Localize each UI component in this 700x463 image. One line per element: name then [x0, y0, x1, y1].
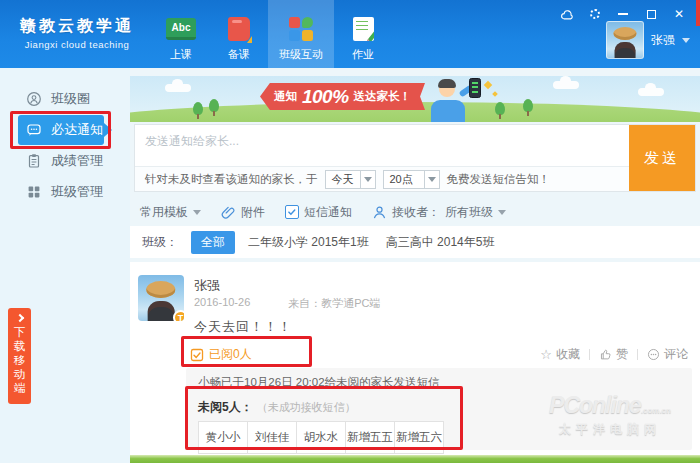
hour-select-value: 20点: [384, 172, 424, 187]
receiver-value: 所有班级: [445, 204, 493, 221]
day-select-value: 今天: [326, 172, 360, 187]
sms-schedule-row: 针对未及时查看该通知的家长，于 今天 20点 免费发送短信告知！: [135, 166, 629, 191]
favorite-label: 收藏: [556, 346, 580, 363]
unread-name-cell[interactable]: 新增五六: [394, 421, 444, 454]
close-button-edge[interactable]: [696, 0, 700, 26]
nav-tab-lesson[interactable]: Abc 上课: [152, 0, 210, 68]
like-label: 赞: [616, 346, 628, 363]
attachment-button[interactable]: 附件: [221, 204, 265, 221]
book-icon: [228, 16, 250, 42]
nav-tab-homework[interactable]: 作业: [334, 0, 392, 68]
paperclip-icon: [221, 205, 236, 220]
chevron-down-icon: [360, 171, 375, 188]
filter-class-option[interactable]: 二年级小学 2015年1班: [248, 234, 369, 251]
filter-label: 班级：: [142, 234, 178, 251]
sidebar: 班级圈 必达通知 成绩管理: [0, 68, 130, 463]
notice-input[interactable]: [135, 125, 629, 167]
post-source: 来自：教学通PC端: [288, 296, 380, 311]
template-label: 常用模板: [140, 204, 188, 221]
star-icon: ☆: [540, 347, 552, 362]
favorite-button[interactable]: ☆ 收藏: [540, 346, 580, 363]
attachment-label: 附件: [241, 204, 265, 221]
user-name: 张强: [651, 32, 675, 49]
download-mobile-tab[interactable]: 下载移动端: [8, 308, 31, 404]
checkbox-checked-icon: [285, 205, 299, 219]
unread-name-cell[interactable]: 胡水水: [296, 421, 346, 454]
unread-names-table: 黄小小 刘佳佳 胡水水 新增五五 新增五六: [198, 421, 680, 454]
chevron-down-icon: [682, 38, 690, 43]
unread-summary: 未阅5人： （未成功接收短信）: [198, 399, 680, 416]
app-window: 赣教云教学通 Jiangxi cloud teaching Abc 上课 备课 …: [0, 0, 700, 463]
cloud-art: [638, 88, 664, 96]
sidebar-item-label: 班级圈: [51, 90, 90, 108]
grid-icon: [289, 16, 313, 42]
main-nav: Abc 上课 备课 班级互动 作业: [152, 0, 392, 68]
class-filter-row: 班级： 全部 二年级小学 2015年1班 高三高中 2014年5班: [130, 226, 700, 258]
sidebar-item-notifications[interactable]: 必达通知: [18, 115, 104, 145]
divider: [637, 349, 638, 360]
template-dropdown[interactable]: 常用模板: [140, 204, 201, 221]
download-tab-label: 下载移动端: [13, 325, 26, 395]
sms-notify-label: 短信通知: [304, 204, 352, 221]
sidebar-item-label: 必达通知: [51, 121, 103, 139]
post-content: 今天去回！！！: [194, 318, 292, 336]
tree-art: [209, 99, 219, 112]
comment-bubble-icon: [647, 348, 660, 361]
teacher-badge-icon: T: [173, 310, 184, 321]
chalkboard-icon: Abc: [166, 16, 196, 42]
clipboard-icon: [26, 153, 42, 169]
post-date: 2016-10-26: [194, 296, 250, 311]
read-count-button[interactable]: 已阅0人: [190, 346, 252, 363]
sms-status-box: 小畅已于10月26日 20:02给未阅的家长发送短信 未阅5人： （未成功接收短…: [186, 368, 692, 450]
divider: [589, 349, 590, 360]
cartoon-man-with-phone: [425, 80, 481, 122]
filter-all-chip[interactable]: 全部: [191, 231, 235, 254]
unread-name-cell[interactable]: 黄小小: [198, 421, 248, 454]
nav-label: 上课: [170, 47, 192, 62]
hour-select[interactable]: 20点: [383, 170, 440, 189]
sidebar-item-class-circle[interactable]: 班级圈: [0, 84, 130, 114]
maximize-button[interactable]: [644, 7, 658, 21]
cloud-sync-icon[interactable]: [560, 7, 574, 21]
chevron-down-icon: [424, 171, 439, 188]
nav-tab-prepare[interactable]: 备课: [210, 0, 268, 68]
notebook-pencil-icon: [353, 16, 374, 42]
cloud-art: [553, 81, 579, 89]
minimize-button[interactable]: [616, 7, 630, 21]
sidebar-menu: 班级圈 必达通知 成绩管理: [0, 68, 130, 207]
unread-count-label: 未阅5人：: [198, 399, 253, 416]
unread-name-cell[interactable]: 新增五五: [345, 421, 395, 454]
comment-button[interactable]: 评论: [647, 346, 688, 363]
nav-label: 班级互动: [279, 47, 323, 62]
nav-tab-class-interaction[interactable]: 班级互动: [268, 0, 334, 68]
post-author-name: 张强: [194, 277, 220, 295]
sidebar-item-label: 成绩管理: [51, 152, 103, 170]
tree-art: [193, 102, 203, 115]
day-select[interactable]: 今天: [325, 170, 376, 189]
chevron-right-icon: [15, 314, 23, 322]
settings-gear-icon[interactable]: [588, 7, 602, 21]
compose-card: 针对未及时查看该通知的家长，于 今天 20点 免费发送短信告知！ 发送: [134, 124, 696, 192]
sms-notify-checkbox[interactable]: 短信通知: [285, 204, 352, 221]
ribbon-percent: 100%: [302, 86, 349, 108]
sparkle-art: [492, 91, 498, 97]
sms-sent-info: 小畅已于10月26日 20:02给未阅的家长发送短信: [198, 375, 680, 390]
close-icon[interactable]: ✕: [672, 7, 686, 21]
sms-hint-prefix: 针对未及时查看该通知的家长，于: [145, 172, 318, 187]
receiver-dropdown[interactable]: 接收者： 所有班级: [372, 204, 506, 221]
header: 赣教云教学通 Jiangxi cloud teaching Abc 上课 备课 …: [0, 0, 700, 68]
send-button[interactable]: 发送: [629, 125, 695, 191]
check-square-icon: [190, 348, 204, 362]
comment-label: 评论: [664, 346, 688, 363]
sidebar-item-class-management[interactable]: 班级管理: [0, 177, 130, 207]
user-avatar: [606, 21, 644, 59]
sidebar-item-grades[interactable]: 成绩管理: [0, 146, 130, 176]
unread-name-cell[interactable]: 刘佳佳: [247, 421, 297, 454]
user-menu[interactable]: 张强: [606, 21, 690, 59]
like-button[interactable]: 赞: [599, 346, 628, 363]
window-controls: ✕: [560, 7, 686, 21]
person-circle-icon: [26, 91, 42, 107]
filter-class-option[interactable]: 高三高中 2014年5班: [386, 234, 495, 251]
chevron-down-icon: [193, 210, 201, 215]
person-icon: [372, 205, 387, 220]
